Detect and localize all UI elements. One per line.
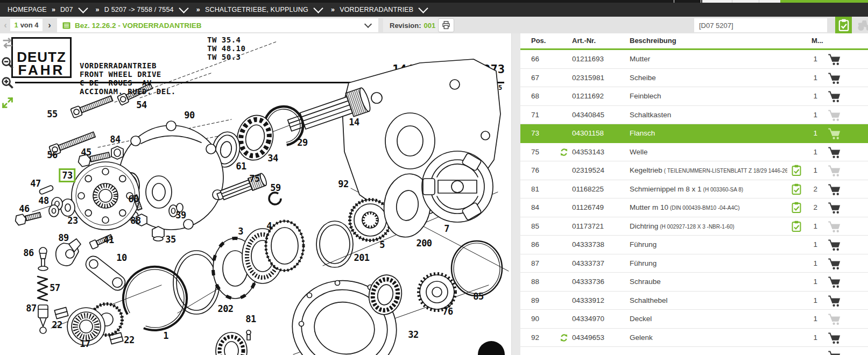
part-label[interactable]: 76 (442, 306, 453, 317)
cell-art-nr[interactable]: 04333737 (572, 254, 604, 273)
cell-art-nr[interactable]: 01126749 (572, 198, 604, 217)
table-row[interactable]: 75 04353143 Welle 1 (520, 143, 868, 162)
breadcrumb-label[interactable]: HOMEPAGE (8, 6, 47, 13)
part-label[interactable]: 88 (130, 215, 140, 226)
part-label[interactable]: 22 (124, 335, 134, 345)
chevron-down-icon[interactable] (179, 3, 188, 13)
part-label[interactable]: 4 (266, 221, 272, 231)
part-label[interactable]: 59 (270, 182, 280, 193)
add-to-cart-icon[interactable] (828, 239, 842, 251)
refresh-icon[interactable] (560, 148, 568, 157)
table-row[interactable]: 73 04301158 Flansch 1 (520, 124, 868, 143)
part-label[interactable]: 87 (26, 303, 36, 314)
breadcrumb-item[interactable]: » VORDERRADANTRIEB (326, 6, 431, 13)
table-row[interactable]: 86 04333738 Führung 1 (520, 236, 868, 254)
add-to-cart-icon[interactable] (828, 276, 842, 288)
part-label[interactable]: 84 (110, 134, 120, 145)
cell-art-nr[interactable]: 01211693 (572, 50, 604, 68)
add-to-cart-icon[interactable] (828, 147, 842, 159)
part-label[interactable]: 39 (175, 210, 186, 221)
add-to-cart-icon[interactable] (828, 295, 842, 307)
part-label[interactable]: 46 (19, 203, 29, 214)
part-label[interactable]: 73 (59, 168, 75, 182)
part-label[interactable]: 56 (47, 150, 57, 160)
table-row[interactable]: 90 04334970 Deckel 1 (520, 310, 868, 329)
chevron-down-icon[interactable] (313, 3, 323, 13)
add-to-cart-icon[interactable] (828, 184, 842, 196)
part-label[interactable]: 14 (349, 117, 359, 127)
breadcrumb-label[interactable]: D07 (60, 6, 73, 13)
refresh-icon[interactable] (560, 333, 568, 342)
part-label[interactable]: 17 (80, 338, 90, 349)
breadcrumb-label[interactable]: VORDERRADANTRIEB (340, 6, 413, 13)
cell-art-nr[interactable]: 02315981 (572, 69, 604, 87)
cell-art-nr[interactable]: 01168225 (572, 180, 604, 198)
part-label[interactable]: 34 (267, 153, 278, 164)
part-label[interactable]: 54 (136, 100, 146, 110)
part-label[interactable]: 86 (23, 247, 33, 258)
breadcrumb-item[interactable]: » SCHALTGETRIEBE, KUPPLUNG (192, 6, 326, 13)
cell-art-nr[interactable]: 04333912 (572, 292, 604, 310)
breadcrumb-item[interactable]: HOMEPAGE (8, 6, 47, 13)
breadcrumb-label[interactable]: SCHALTGETRIEBE, KUPPLUNG (205, 6, 308, 13)
table-row[interactable]: 71 04340845 Schaltkasten 1 (520, 106, 868, 125)
cell-art-nr[interactable]: 04349653 (572, 329, 604, 347)
cell-art-nr[interactable]: 04334970 (572, 310, 604, 328)
view-selector-dropdown[interactable]: Bez. 12.26.2 - VORDERRADANTRIEB (57, 18, 378, 32)
part-label[interactable]: 5 (379, 239, 385, 250)
part-label[interactable]: 22 (52, 320, 62, 330)
zoom-out-icon[interactable] (1, 56, 14, 69)
cell-art-nr[interactable]: 04333736 (572, 273, 604, 291)
swap-view-icon[interactable] (1, 37, 14, 49)
table-row[interactable]: 66 01211693 Mutter 1 (520, 50, 868, 69)
cell-art-nr[interactable]: 04353143 (572, 143, 604, 161)
add-to-cart-icon[interactable] (828, 165, 842, 177)
add-to-cart-icon[interactable] (828, 73, 842, 84)
cell-art-nr[interactable]: 04333738 (572, 236, 604, 254)
part-label[interactable]: 60 (128, 194, 138, 204)
chevron-down-icon[interactable] (419, 3, 428, 13)
part-label[interactable]: 81 (245, 314, 256, 324)
chevron-down-icon[interactable] (78, 3, 88, 13)
part-label[interactable]: 45 (81, 147, 91, 158)
part-label[interactable]: 32 (408, 329, 418, 340)
part-label[interactable]: 200 (416, 238, 432, 248)
part-label[interactable]: 202 (217, 303, 233, 314)
zoom-in-icon[interactable] (1, 76, 14, 89)
add-to-cart-icon[interactable] (828, 258, 842, 270)
previous-page-button[interactable]: ‹ (1, 17, 10, 33)
table-row[interactable]: 87 04333737 Führung 1 (520, 254, 868, 273)
part-label[interactable]: 47 (30, 178, 40, 189)
table-row[interactable]: 81 01168225 Schmiernippel m 8 x 1(H 0033… (520, 180, 868, 199)
part-label[interactable]: 61 (236, 161, 246, 172)
add-to-cart-icon[interactable] (828, 202, 842, 214)
table-row[interactable]: 88 04333736 Schraube 1 (520, 273, 868, 292)
part-label[interactable]: 35 (165, 234, 175, 245)
part-label[interactable]: 89 (58, 232, 68, 243)
table-row[interactable]: 89 04333912 Schalthebel 1 (520, 292, 868, 310)
table-row[interactable]: 76 02319524 Kegeltrieb( TEILENUMMERN-LIS… (520, 161, 868, 180)
cell-art-nr[interactable]: 01211692 (572, 87, 604, 105)
cell-art-nr[interactable]: 04340845 (572, 106, 604, 124)
add-to-cart-icon[interactable] (828, 128, 842, 140)
add-to-cart-icon[interactable] (828, 110, 842, 122)
part-label[interactable]: 29 (297, 137, 307, 148)
breadcrumb-label[interactable]: D 5207 -> 7558 / 7554 (104, 6, 174, 13)
part-label[interactable]: 1 (163, 330, 168, 341)
part-label[interactable]: 41 (103, 235, 114, 245)
part-label[interactable]: 48 (38, 195, 48, 206)
add-to-cart-icon[interactable] (828, 54, 842, 66)
part-label[interactable]: 23 (67, 215, 77, 226)
cell-art-nr[interactable]: 02319524 (572, 161, 604, 180)
part-label[interactable]: 85 (473, 291, 483, 302)
part-label[interactable]: 3 (238, 226, 243, 237)
table-row[interactable] (520, 347, 868, 355)
add-to-cart-icon[interactable] (828, 314, 842, 325)
part-label[interactable]: 75 (249, 173, 259, 184)
part-label[interactable]: 57 (50, 282, 60, 293)
next-page-button[interactable]: › (45, 17, 54, 33)
table-row[interactable]: 84 01126749 Mutter m 10(DIN 000439-BM10 … (520, 198, 868, 217)
parts-list-button[interactable] (835, 17, 852, 33)
part-label[interactable]: 7 (444, 223, 449, 234)
table-row[interactable]: 92 04349653 Gelenk 1 (520, 329, 868, 347)
